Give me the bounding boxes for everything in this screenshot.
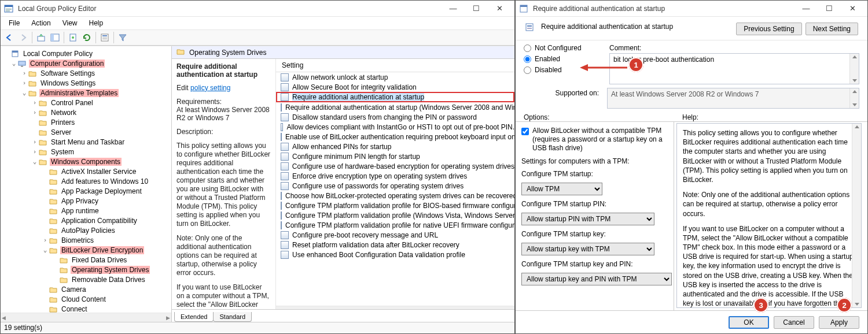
policy-icon [281, 103, 282, 112]
forward-button[interactable] [17, 31, 30, 44]
setting-item[interactable]: Configure minimum PIN length for startup [276, 151, 514, 161]
tree-system[interactable]: System [50, 148, 75, 156]
setting-item[interactable]: Require additional authentication at sta… [276, 102, 514, 112]
tree-autoplay[interactable]: AutoPlay Policies [60, 227, 116, 235]
radio-enabled[interactable]: Enabled [524, 55, 599, 63]
tree-root[interactable]: Local Computer Policy [22, 50, 94, 58]
tree-app-privacy[interactable]: App Privacy [60, 197, 100, 205]
tree-connect[interactable]: Connect [60, 305, 89, 313]
settings-column-header[interactable]: Setting [276, 59, 514, 72]
tree-computer-configuration[interactable]: Computer Configuration [29, 60, 105, 68]
close-button[interactable]: ✕ [488, 1, 511, 17]
tree-removable-data-drives[interactable]: Removable Data Drives [71, 276, 146, 284]
help-scrollbar[interactable] [852, 124, 861, 307]
setting-item[interactable]: Configure TPM platform validation profil… [276, 210, 514, 220]
setting-item[interactable]: Allow network unlock at startup [276, 72, 514, 82]
allow-without-tpm-checkbox[interactable]: Allow BitLocker without a compatible TPM… [521, 127, 668, 153]
tree-server[interactable]: Server [50, 128, 72, 136]
apply-button[interactable]: Apply [819, 316, 859, 329]
properties-button[interactable] [98, 31, 111, 44]
dialog-close-button[interactable]: ✕ [841, 1, 864, 17]
folder-icon [49, 197, 58, 205]
tree-app-compat[interactable]: Application Compatibility [60, 217, 138, 225]
previous-setting-button[interactable]: Previous Setting [736, 23, 801, 35]
comment-scrollbar[interactable] [849, 54, 859, 84]
tree-add-features[interactable]: Add features to Windows 10 [60, 177, 149, 185]
cfg-tpm-select[interactable]: Allow TPM [521, 183, 602, 195]
policy-icon [281, 192, 282, 200]
tab-standard[interactable]: Standard [213, 312, 252, 322]
tree-hscrollbar[interactable]: ◀▶ [1, 313, 171, 322]
refresh-button[interactable] [80, 31, 93, 44]
export-button[interactable] [67, 31, 79, 44]
up-button[interactable] [35, 31, 47, 44]
dialog-minimize-button[interactable]: ― [795, 1, 818, 17]
folder-icon [49, 246, 58, 254]
tree-startmenu[interactable]: Start Menu and Taskbar [50, 138, 126, 146]
gpedit-tree[interactable]: Local Computer Policy ⌄Computer Configur… [1, 46, 172, 322]
svg-rect-21 [527, 28, 532, 29]
tree-camera[interactable]: Camera [60, 285, 87, 294]
show-hide-tree-button[interactable] [49, 31, 61, 44]
setting-item[interactable]: Use enhanced Boot Configuration Data val… [276, 250, 514, 259]
dialog-maximize-button[interactable]: ☐ [818, 1, 841, 17]
cfg-pin-select[interactable]: Allow startup PIN with TPM [521, 213, 654, 225]
tree-windows-components[interactable]: Windows Components [50, 158, 122, 166]
setting-item[interactable]: Choose how BitLocker-protected operating… [276, 191, 514, 201]
tree-app-runtime[interactable]: App runtime [60, 207, 100, 215]
setting-item-selected[interactable]: Require additional authentication at sta… [276, 92, 514, 102]
setting-item[interactable]: Enforce drive encryption type on operati… [276, 171, 514, 181]
dialog-subtitle: Require additional authentication at sta… [541, 23, 731, 31]
setting-item[interactable]: Disallow standard users from changing th… [276, 112, 514, 122]
menu-file[interactable]: File [4, 18, 24, 28]
tree-windows-settings[interactable]: Windows Settings [39, 79, 97, 87]
radio-disabled[interactable]: Disabled [524, 66, 599, 74]
setting-item[interactable]: Configure pre-boot recovery message and … [276, 230, 514, 240]
next-setting-button[interactable]: Next Setting [806, 23, 858, 35]
radio-not-configured[interactable]: Not Configured [524, 44, 599, 52]
supported-scrollbar[interactable] [849, 88, 859, 108]
menu-action[interactable]: Action [27, 18, 55, 28]
menu-help[interactable]: Help [84, 18, 108, 28]
setting-item[interactable]: Configure TPM platform validation profil… [276, 220, 514, 230]
cfg-key-select[interactable]: Allow startup key with TPM [521, 243, 654, 255]
tree-cloud-content[interactable]: Cloud Content [60, 295, 107, 303]
minimize-button[interactable]: ― [442, 1, 465, 17]
tree-fixed-data-drives[interactable]: Fixed Data Drives [71, 256, 128, 264]
tree-control-panel[interactable]: Control Panel [50, 99, 94, 107]
settings-list[interactable]: Setting Allow network unlock at startup … [276, 59, 514, 309]
setting-item[interactable]: Configure use of passwords for operating… [276, 181, 514, 191]
setting-item[interactable]: Allow devices compliant with InstantGo o… [276, 122, 514, 132]
back-button[interactable] [3, 31, 16, 44]
tree-activex[interactable]: ActiveX Installer Service [60, 168, 137, 176]
allow-without-tpm-input[interactable] [521, 128, 529, 135]
cfg-keypin-select[interactable]: Allow startup key and PIN with TPM [521, 273, 672, 285]
filter-button[interactable] [116, 31, 129, 44]
folder-icon [60, 256, 69, 264]
policy-setting-link[interactable]: policy setting [190, 84, 230, 92]
ok-button[interactable]: OK [729, 316, 769, 329]
maximize-button[interactable]: ☐ [465, 1, 488, 17]
setting-item[interactable]: Allow Secure Boot for integrity validati… [276, 82, 514, 92]
tree-os-drives[interactable]: Operating System Drives [71, 266, 150, 274]
setting-item[interactable]: Enable use of BitLocker authentication r… [276, 132, 514, 142]
tree-printers[interactable]: Printers [50, 118, 76, 127]
tree-biometrics[interactable]: Biometrics [60, 236, 95, 244]
tree-bitlocker[interactable]: BitLocker Drive Encryption [60, 246, 144, 254]
help-text[interactable]: This policy setting allows you to config… [676, 123, 862, 308]
setting-item[interactable]: Configure use of hardware-based encrypti… [276, 161, 514, 171]
tree-admin-templates[interactable]: Administrative Templates [39, 89, 119, 97]
setting-item[interactable]: Configure TPM platform validation profil… [276, 201, 514, 210]
menu-view[interactable]: View [58, 18, 82, 28]
setting-item[interactable]: Reset platform validation data after Bit… [276, 240, 514, 250]
tree-software-settings[interactable]: Software Settings [39, 69, 96, 77]
tree-app-package-deployment[interactable]: App Package Deployment [60, 187, 143, 195]
tree-network[interactable]: Network [50, 109, 78, 117]
cancel-button[interactable]: Cancel [774, 316, 814, 329]
comment-textarea[interactable]: bit locker pre-boot authentication [609, 53, 859, 84]
setting-item[interactable]: Allow enhanced PINs for startup [276, 142, 514, 151]
help-header: Help: [682, 113, 698, 121]
policy-title: Require additional authentication at sta… [176, 62, 271, 79]
tab-extended[interactable]: Extended [174, 312, 214, 322]
dialog-footer: OK Cancel Apply [516, 310, 867, 333]
